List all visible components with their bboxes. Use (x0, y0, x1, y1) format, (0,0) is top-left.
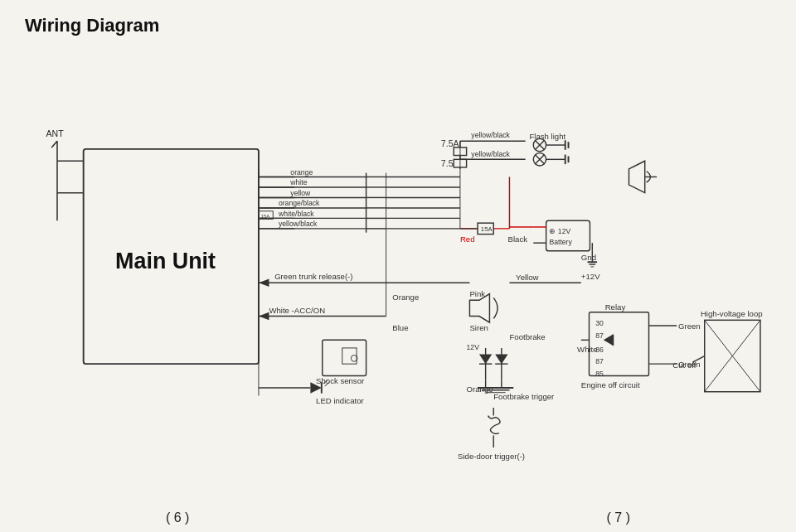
svg-text:Engine off circuit: Engine off circuit (581, 380, 640, 389)
svg-text:85: 85 (595, 370, 604, 378)
svg-text:orange: orange (290, 168, 313, 177)
svg-text:LED indicator: LED indicator (316, 396, 364, 405)
svg-text:87: 87 (595, 357, 604, 365)
svg-text:Pink: Pink (469, 289, 485, 298)
svg-text:7.5A: 7.5A (441, 138, 460, 148)
svg-text:Battery: Battery (549, 238, 572, 246)
svg-text:Main Unit: Main Unit (115, 249, 216, 273)
svg-text:30: 30 (595, 319, 604, 327)
svg-text:Gnd: Gnd (581, 253, 596, 262)
page-number-right: ( 7 ) (607, 510, 630, 525)
svg-text:yellow: yellow (290, 189, 311, 197)
diagram-area: ANT Main Unit orange white yellow orange… (8, 46, 788, 507)
svg-text:Footbrake trigger: Footbrake trigger (493, 392, 555, 401)
svg-text:yellow/black: yellow/black (471, 150, 510, 158)
page: Wiring Diagram ANT Main Unit orange whit… (0, 0, 796, 532)
page-numbers: ( 6 ) ( 7 ) (0, 510, 796, 525)
svg-text:Relay: Relay (605, 302, 626, 312)
svg-text:High-voltage loop: High-voltage loop (701, 309, 763, 318)
svg-text:Flash light: Flash light (529, 132, 565, 141)
svg-text:Blue: Blue (392, 323, 408, 332)
page-title: Wiring Diagram (25, 15, 159, 36)
svg-text:Green trunk release(-): Green trunk release(-) (274, 272, 352, 281)
svg-text:white/black: white/black (278, 210, 314, 218)
svg-text:orange/black: orange/black (279, 199, 320, 207)
svg-text:white: white (289, 178, 307, 186)
svg-text:Side-door trigger(-): Side-door trigger(-) (458, 452, 525, 461)
svg-text:Orange: Orange (392, 293, 419, 302)
svg-text:Yellow: Yellow (516, 273, 538, 282)
svg-text:12V: 12V (467, 343, 480, 351)
svg-text:Shock sensor: Shock sensor (316, 376, 365, 385)
svg-text:White: White (577, 345, 598, 354)
page-number-left: ( 6 ) (166, 510, 189, 525)
svg-text:Footbrake: Footbrake (509, 332, 545, 341)
svg-text:yellow/black: yellow/black (471, 131, 510, 139)
svg-text:⊕ 12V: ⊕ 12V (549, 227, 570, 235)
ant-label: ANT (46, 128, 65, 138)
svg-text:Red: Red (460, 235, 475, 244)
svg-rect-0 (24, 46, 773, 507)
svg-text:Green: Green (678, 322, 701, 331)
svg-text:yellow/black: yellow/black (279, 220, 318, 228)
svg-text:Siren: Siren (469, 323, 488, 332)
svg-text:+12V: +12V (581, 272, 600, 281)
svg-text:Orange: Orange (467, 384, 493, 394)
svg-text:87: 87 (595, 331, 604, 340)
svg-text:White -ACC/ON: White -ACC/ON (269, 306, 325, 315)
svg-text:15A: 15A (481, 225, 493, 233)
svg-text:Black: Black (508, 235, 528, 244)
